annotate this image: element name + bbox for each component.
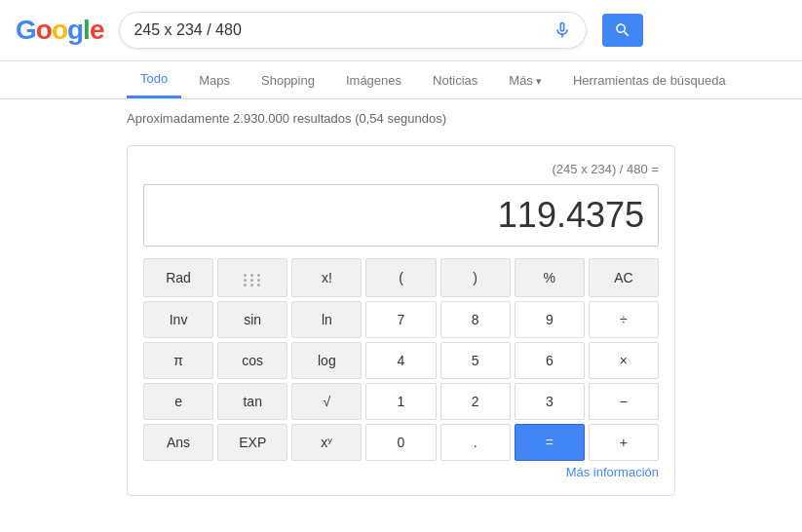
calc-btn--[interactable]: ÷ [589,301,659,338]
search-bar: 245 x 234 / 480 [119,12,587,49]
calc-btn-7[interactable]: 7 [365,301,436,338]
calc-btn--[interactable]: ( [365,258,436,297]
more-info-link[interactable]: Más información [143,461,659,479]
mic-icon[interactable] [553,20,572,40]
calc-btn--[interactable]: √ [291,383,362,420]
calc-btn-Ans[interactable]: Ans [143,424,213,461]
calc-btn-1[interactable]: 1 [365,383,436,420]
calc-btn-cos[interactable]: cos [217,342,287,379]
calc-btn-Rad[interactable]: Rad [143,258,213,297]
calc-btn-0[interactable]: 0 [365,424,436,461]
calc-btn--[interactable]: % [515,258,585,297]
nav-item-maps[interactable]: Maps [185,63,244,97]
search-button[interactable] [602,14,643,47]
calc-btn-3[interactable]: 3 [515,383,585,420]
calc-btn-x-[interactable]: xʸ [291,424,362,461]
calc-btn-9[interactable]: 9 [515,301,585,338]
calc-btn--[interactable]: − [589,383,659,420]
calc-btn--[interactable]: + [589,424,659,461]
calc-btn-8[interactable]: 8 [440,301,511,338]
calc-btn--[interactable] [217,258,287,297]
calc-btn-5[interactable]: 5 [440,342,511,379]
calc-btn--[interactable]: . [440,424,511,461]
calc-btn-2[interactable]: 2 [440,383,511,420]
calc-btn-e[interactable]: e [143,383,213,420]
nav-item-imagenes[interactable]: Imágenes [332,63,415,97]
calc-btn-AC[interactable]: AC [589,258,659,297]
calc-btn-Inv[interactable]: Inv [143,301,213,338]
calc-btn-x-[interactable]: x! [291,258,362,297]
calc-display: 119.4375 [143,184,659,247]
header: Google 245 x 234 / 480 [0,0,802,61]
calc-btn--[interactable]: ) [440,258,511,297]
calc-btn--[interactable]: = [515,424,585,461]
calculator: (245 x 234) / 480 = 119.4375 Radx!()%ACI… [127,145,675,496]
calc-btn--[interactable]: π [143,342,213,379]
calc-btn-ln[interactable]: ln [291,301,362,338]
calc-expression: (245 x 234) / 480 = [143,162,659,176]
calc-btn-EXP[interactable]: EXP [217,424,287,461]
nav-item-shopping[interactable]: Shopping [248,63,328,97]
nav-item-noticias[interactable]: Noticias [419,63,491,97]
calc-btn--[interactable]: × [589,342,659,379]
calc-btn-tan[interactable]: tan [217,383,287,420]
calc-btn-sin[interactable]: sin [217,301,287,338]
google-logo: Google [16,15,103,46]
calc-btn-6[interactable]: 6 [515,342,585,379]
nav-item-mas[interactable]: Más [495,63,555,97]
nav-bar: Todo Maps Shopping Imágenes Noticias Más… [0,61,802,99]
results-info: Aproximadamente 2.930.000 resultados (0,… [0,99,802,137]
calc-btn-log[interactable]: log [291,342,362,379]
nav-item-todo[interactable]: Todo [127,61,181,98]
search-input[interactable]: 245 x 234 / 480 [134,21,545,39]
calc-btn-4[interactable]: 4 [365,342,436,379]
nav-item-herramientas[interactable]: Herramientas de búsqueda [559,63,740,97]
calc-buttons: Radx!()%ACInvsinln789÷πcoslog456×etan√12… [143,258,659,461]
